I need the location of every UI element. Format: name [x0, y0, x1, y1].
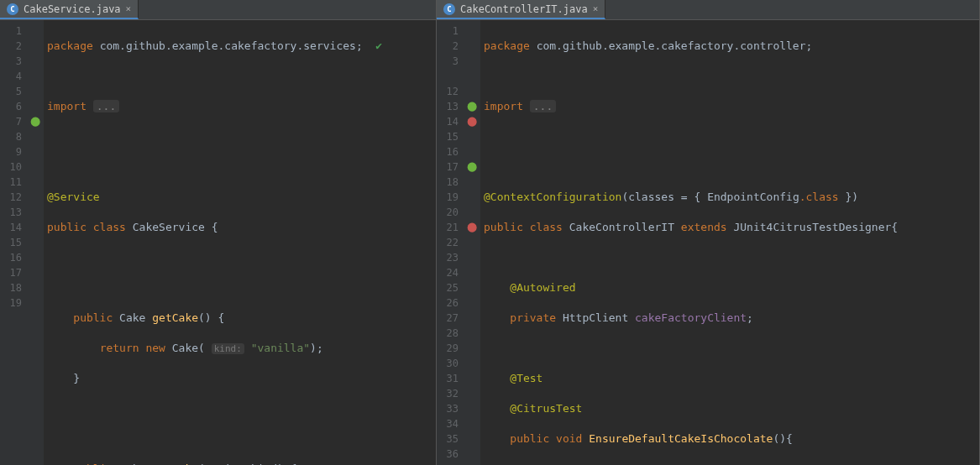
tab-bar-left: C CakeService.java × [0, 0, 436, 20]
editor-right[interactable]: 1231213141516171819202122232425262728293… [437, 20, 979, 465]
line-numbers-left: 12345678910111213141516171819 [0, 20, 27, 465]
line-numbers-right: 1231213141516171819202122232425262728293… [437, 20, 464, 465]
spring-bean-icon[interactable]: ⬤ [467, 159, 477, 175]
close-icon[interactable]: × [126, 3, 132, 14]
tab-filename: CakeControllerIT.java [460, 3, 588, 15]
tab-bar-empty [139, 0, 436, 19]
gutter-margin-left: ⬤ [27, 20, 44, 465]
fold-ellipsis[interactable]: ... [530, 100, 556, 112]
tab-cakecontroller[interactable]: C CakeControllerIT.java × [437, 0, 605, 19]
error-icon[interactable]: ⬤ [467, 220, 477, 235]
tab-cakeservice[interactable]: C CakeService.java × [0, 0, 139, 19]
error-icon[interactable]: ⬤ [467, 114, 477, 129]
spring-bean-icon[interactable]: ⬤ [30, 114, 40, 129]
code-area-right[interactable]: package com.github.example.cakefactory.c… [480, 20, 979, 465]
tab-bar-empty [605, 0, 979, 19]
editor-pane-right: C CakeControllerIT.java × 12312131415161… [437, 0, 980, 465]
inlay-hint: kind: [212, 343, 244, 354]
tab-filename: CakeService.java [24, 3, 121, 15]
fold-ellipsis[interactable]: ... [93, 100, 119, 112]
code-area-left[interactable]: package com.github.example.cakefactory.s… [44, 20, 436, 465]
inspection-ok-icon[interactable]: ✔ [375, 39, 382, 52]
close-icon[interactable]: × [593, 3, 599, 14]
tab-bar-right: C CakeControllerIT.java × [437, 0, 979, 20]
editor-left[interactable]: 12345678910111213141516171819 ⬤ package … [0, 20, 436, 465]
spring-config-icon[interactable]: ⬤ [467, 99, 477, 114]
java-class-icon: C [443, 3, 455, 15]
java-class-icon: C [7, 3, 18, 15]
editor-pane-left: C CakeService.java × 1234567891011121314… [0, 0, 437, 465]
gutter-margin-right: ⬤ ⬤ ⬤ ⬤ [464, 20, 480, 465]
